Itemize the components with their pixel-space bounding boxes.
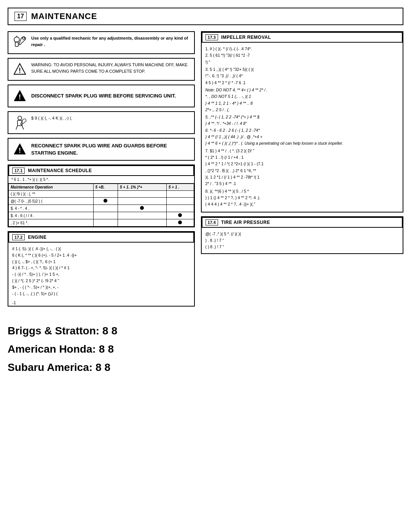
brand-line-2: American Honda: 8 8 (8, 340, 195, 358)
col-1-cell (93, 212, 118, 219)
svg-point-0 (14, 37, 19, 42)
brand-num-3a: 8 (96, 358, 102, 377)
reconnect-text: RECONNECT SPARK PLUG WIRE AND GUARDS BEF… (31, 142, 190, 157)
table-row: , 2 )+ 61 *. (9, 219, 194, 227)
col-1-cell (93, 191, 118, 198)
brand-num-1a: 8 (102, 322, 108, 340)
main-content: Use only a qualified mechanic for any ad… (8, 31, 403, 380)
person-notice-text: $ 9 ( )( (, -, 4 K )(. ,-) (. (31, 115, 72, 121)
engine-text: # 1 (. 5)- )( ( .4 -)}+ (, -, . ( )( 6 (… (12, 246, 77, 296)
col-header-1: 5 +B. (93, 184, 118, 191)
section-17-2-body: # 1 (. 5)- )( ( .4 -)}+ (, -, . ( )( 6 (… (8, 243, 194, 300)
section-17-4-num: 17.4 (206, 219, 218, 225)
person-wrench-icon (12, 115, 27, 130)
brand-num-1b: 8 (112, 322, 118, 340)
section-17-3-title: IMPELLER REMOVAL (221, 35, 271, 40)
svg-text:!: ! (19, 147, 21, 154)
table-row: $. 4 - 6 ( / / 4 . (9, 212, 194, 219)
svg-line-10 (16, 126, 18, 129)
col-2-cell (118, 219, 166, 227)
mechanic-notice: Use only a qualified mechanic for any ad… (8, 31, 195, 54)
col-header-3: 5 + 1 . (166, 184, 194, 191)
warning1-text: WARNING: TO AVOID PERSONAL INJURY, ALWAY… (31, 62, 190, 74)
operation-cell: $. 4 - 6 ( / / 4 . (9, 212, 94, 219)
section-17-2-num: 17.2 (12, 234, 25, 240)
left-column: Use only a qualified mechanic for any ad… (8, 31, 195, 380)
bullet-dot (178, 220, 182, 224)
brand-line-3: Subaru America: 8 8 (8, 358, 195, 377)
table-row: $. 4 - * . 4 . (9, 205, 194, 212)
section-17-2: 17.2 ENGINE # 1 (. 5)- )( ( .4 -)}+ (, -… (8, 231, 195, 307)
page-title: MAINTENANCE (31, 11, 97, 21)
svg-text:!: ! (19, 93, 21, 101)
section-17-1-title: MAINTENANCE SCHEDULE (28, 168, 92, 173)
table-header-row: Maintenance Operation 5 +B. 5 + 1. 1% }*… (9, 184, 194, 191)
col-1-cell (93, 219, 118, 227)
table-row: ( )( !9 ( )( : (, ** (9, 191, 194, 198)
section-17-2-title: ENGINE (28, 235, 46, 240)
col-2-cell (118, 191, 166, 198)
section-17-1-num: 17.1 (12, 168, 25, 174)
svg-rect-2 (15, 42, 18, 46)
person-notice: $ 9 ( )( (, -, 4 K )(. ,-) (. (8, 111, 195, 134)
table-row: @( -7 0- ..)5 5)2 ) ( (9, 198, 194, 205)
svg-text:!: ! (19, 67, 21, 74)
col-header-2: 5 + 1. 1% }*+ (118, 184, 166, 191)
section-number: 17 (14, 12, 27, 21)
warning-triangle-icon: ! (13, 62, 27, 76)
warning1-notice: ! WARNING: TO AVOID PERSONAL INJURY, ALW… (8, 58, 195, 81)
warning-triangle-icon-3: ! (13, 142, 27, 156)
disconnect-notice: ! DISCONNECT SPARK PLUG WIRE BEFORE SERV… (8, 85, 195, 107)
impeller-item-1: 1. # ) ( )(- * (/ /).-( (- .4 74*. 2. 5 … (206, 46, 399, 66)
brand-name-1: Briggs & Stratton: (8, 322, 99, 340)
mechanic-icon (12, 35, 27, 50)
section-17-4-body: @( -7 ,* )( 5 *. (/ )( )( ) . 8 .) ! 7 "… (202, 228, 403, 254)
impeller-item-4: 5. ,** (- ( 1, 2 2 -74* (*+ ) 4 ** $ ) 4… (206, 114, 399, 147)
brand-name-3: Subaru America: (8, 358, 92, 377)
brand-num-3b: 8 (105, 358, 111, 377)
section-17-3-num: 17.3 (206, 34, 218, 40)
col-2-cell (118, 198, 166, 205)
section-17-3-body: 1. # ) ( )(- * (/ /).-( (- .4 74*. 2. 5 … (202, 43, 403, 212)
section-17-4-title: TIRE AIR PRESSURE (221, 220, 270, 225)
section-17-1: 17.1 MAINTENANCE SCHEDULE * 6 1 . 1 . *+… (8, 165, 195, 227)
operation-cell: , 2 )+ 61 *. (9, 219, 94, 227)
operation-cell: ( )( !9 ( )( : (, ** (9, 191, 94, 198)
person-icon (12, 115, 27, 130)
section-17-2-header: 17.2 ENGINE (8, 232, 194, 243)
brand-section: Briggs & Stratton: 8 8 American Honda: 8… (8, 318, 195, 380)
section-17-3: 17.3 IMPELLER REMOVAL 1. # ) ( )(- * (/ … (201, 31, 403, 212)
bullet-dot (140, 206, 144, 210)
maintenance-table: Maintenance Operation 5 +B. 5 + 1. 1% }*… (8, 184, 194, 227)
disconnect-text: DISCONNECT SPARK PLUG WIRE BEFORE SERVIC… (31, 92, 176, 100)
col-3-cell (166, 198, 194, 205)
main-title-box: 17 MAINTENANCE (8, 8, 403, 25)
right-column: 17.3 IMPELLER REMOVAL 1. # ) ( )(- * (/ … (201, 31, 403, 380)
col-1-cell (93, 205, 118, 212)
col-3-cell (166, 205, 194, 212)
page-number: -1 (8, 300, 194, 306)
col-3-cell (166, 191, 194, 198)
mechanic-notice-text: Use only a qualified mechanic for any ad… (31, 35, 190, 48)
brand-line-1: Briggs & Stratton: 8 8 (8, 322, 195, 340)
section-17-3-header: 17.3 IMPELLER REMOVAL (202, 32, 403, 43)
impeller-item-3: Note: DO NOT 4, ** 4+ ( ) 4 ** 2* / . *.… (206, 87, 399, 113)
col-2-cell (118, 205, 166, 212)
mechanic-notice-strong: Use only a qualified mechanic for any ad… (31, 36, 188, 47)
svg-point-8 (18, 116, 22, 120)
mechanic-icon-svg (12, 35, 27, 50)
section-17-1-header: 17.1 MAINTENANCE SCHEDULE (8, 165, 194, 176)
brand-num-2a: 8 (99, 340, 105, 358)
brand-name-2: American Honda: (8, 340, 96, 358)
section-17-4-header: 17.4 TIRE AIR PRESSURE (202, 217, 403, 228)
warning-triangle-icon-2: ! (13, 89, 27, 103)
svg-line-11 (22, 126, 24, 129)
col-header-operation: Maintenance Operation (9, 184, 94, 191)
bullet-dot (104, 199, 107, 203)
col-1-cell (93, 198, 118, 205)
operation-cell: @( -7 0- ..)5 5)2 ) ( (9, 198, 94, 205)
reconnect-notice: ! RECONNECT SPARK PLUG WIRE AND GUARDS B… (8, 138, 195, 161)
impeller-item-5: 7. $1 ) 4 ** / . ( *. (3 2 )( D! " * ( 2… (206, 148, 399, 187)
col-2-cell (118, 212, 166, 219)
schedule-intro: * 6 1 . 1 . *+ )( (- )( 5 *. (8, 176, 194, 184)
